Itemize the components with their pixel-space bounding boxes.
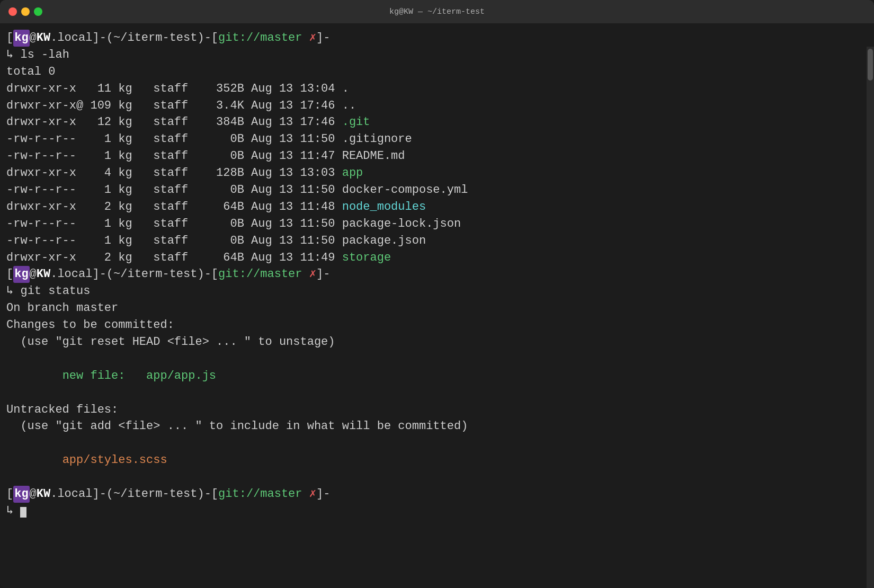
ls-row-pkg: -rw-r--r-- 1 kg staff 0B Aug 13 11:50 pa…: [6, 233, 863, 250]
ls-row-gitignore: -rw-r--r-- 1 kg staff 0B Aug 13 11:50 .g…: [6, 131, 863, 148]
traffic-lights: [8, 7, 42, 16]
ls-row-storage: drwxr-xr-x 2 kg staff 64B Aug 13 11:49 s…: [6, 250, 863, 266]
prompt-line-3: [kg@KW.local]-(~/iterm-test)-[git://mast…: [6, 486, 863, 503]
scrollbar-thumb[interactable]: [868, 49, 873, 81]
empty-4: [6, 469, 863, 486]
empty-2: [6, 385, 863, 402]
terminal-window: kg@KW — ~/iterm-test [kg@KW.local]-(~/it…: [0, 0, 874, 588]
ls-row-dotdot: drwxr-xr-x@ 109 kg staff 3.4K Aug 13 17:…: [6, 97, 863, 114]
username-badge-2: kg: [13, 266, 29, 283]
terminal-content[interactable]: [kg@KW.local]-(~/iterm-test)-[git://mast…: [0, 23, 874, 526]
titlebar: kg@KW — ~/iterm-test: [0, 0, 874, 23]
cursor: [20, 507, 26, 518]
ls-total: total 0: [6, 64, 863, 81]
empty-1: [6, 351, 863, 368]
prompt-line-1: [kg@KW.local]-(~/iterm-test)-[git://mast…: [6, 30, 863, 47]
username-badge-3: kg: [13, 486, 29, 503]
ls-row-docker: -rw-r--r-- 1 kg staff 0B Aug 13 11:50 do…: [6, 182, 863, 199]
ls-row-git: drwxr-xr-x 12 kg staff 384B Aug 13 17:46…: [6, 114, 863, 131]
git-new-file: new file: app/app.js: [6, 368, 863, 385]
active-prompt[interactable]: ↳: [6, 503, 863, 520]
scrollbar[interactable]: [867, 47, 874, 588]
cmd-line-1: ↳ ls -lah: [6, 47, 863, 64]
prompt-line-2: [kg@KW.local]-(~/iterm-test)-[git://mast…: [6, 266, 863, 283]
ls-row-readme: -rw-r--r-- 1 kg staff 0B Aug 13 11:47 RE…: [6, 148, 863, 165]
cmd-line-2: ↳ git status: [6, 283, 863, 300]
ls-row-dot: drwxr-xr-x 11 kg staff 352B Aug 13 13:04…: [6, 81, 863, 97]
git-changes-hint: (use "git reset HEAD <file> ... " to uns…: [6, 334, 863, 351]
git-untracked-header: Untracked files:: [6, 402, 863, 418]
username-badge-1: kg: [13, 30, 29, 47]
minimize-button[interactable]: [21, 7, 30, 16]
git-branch: On branch master: [6, 300, 863, 317]
git-untracked-file: app/styles.scss: [6, 452, 863, 469]
ls-row-app: drwxr-xr-x 4 kg staff 128B Aug 13 13:03 …: [6, 165, 863, 182]
empty-3: [6, 435, 863, 452]
git-changes-header: Changes to be committed:: [6, 317, 863, 334]
ls-row-pkglock: -rw-r--r-- 1 kg staff 0B Aug 13 11:50 pa…: [6, 216, 863, 233]
maximize-button[interactable]: [34, 7, 42, 16]
ls-row-nodemodules: drwxr-xr-x 2 kg staff 64B Aug 13 11:48 n…: [6, 199, 863, 216]
git-untracked-hint: (use "git add <file> ... " to include in…: [6, 418, 863, 435]
close-button[interactable]: [8, 7, 17, 16]
window-title: kg@KW — ~/iterm-test: [389, 7, 485, 16]
